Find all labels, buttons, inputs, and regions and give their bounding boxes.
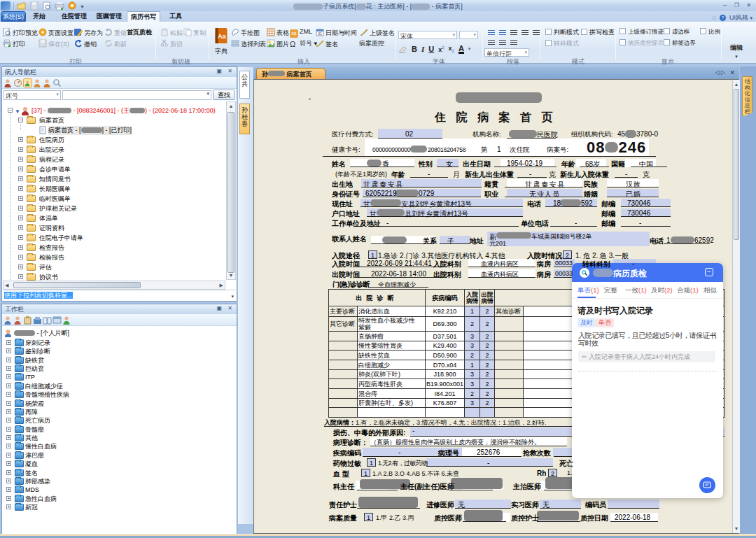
- svg-text:Aa: Aa: [218, 33, 227, 40]
- svg-text:31: 31: [318, 31, 322, 36]
